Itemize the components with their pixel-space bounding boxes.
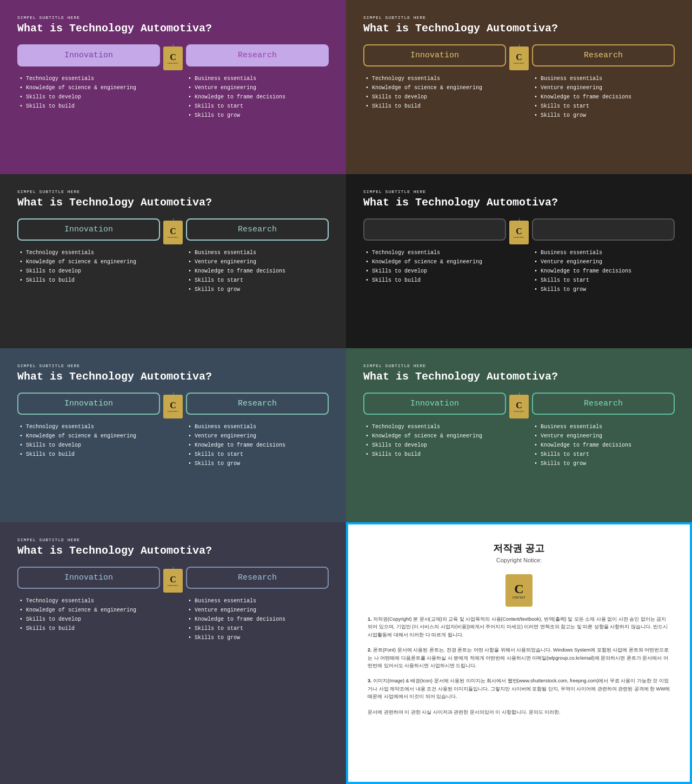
list-item: Skills to develop: [365, 92, 506, 102]
copyright-logo-area: C CONTENT: [368, 574, 670, 607]
list-item: Knowledge to frame decisions: [188, 267, 329, 276]
slide-4-research-btn[interactable]: [532, 218, 675, 241]
list-item: Skills to build: [365, 276, 506, 285]
copyright-section-3: 3. 이미지(Image) & 배경(Icon) 문서에 사용된 이미지는 회사…: [368, 677, 670, 700]
slide-7-left: Innovation Technology essentials Knowled…: [17, 567, 160, 633]
logo-text: CONTENT: [168, 410, 178, 413]
list-item: Venture engineering: [188, 431, 329, 441]
logo-letter: C: [516, 52, 522, 62]
list-item: Skills to start: [188, 102, 329, 111]
list-item: Knowledge of science & engineering: [19, 606, 160, 615]
logo-badge: C CONTENT: [163, 569, 183, 593]
list-item: Skills to grow: [534, 111, 675, 120]
slide-2-innovation-btn[interactable]: Innovation: [363, 44, 506, 67]
slide-7-content: Innovation Technology essentials Knowled…: [17, 567, 329, 642]
slide-4-right-bullets: Business essentials Venture engineering …: [532, 248, 675, 294]
slide-8-copyright: 저작권 공고 Copyright Notice: C CONTENT 1. 저작…: [346, 522, 692, 784]
list-item: Knowledge of science & engineering: [19, 431, 160, 441]
copyright-section-1-text: 본 문서(교재)의 교육 및 사업목적의 사용(Content/textbook…: [368, 616, 668, 637]
slide-6-content: Innovation Technology essentials Knowled…: [363, 393, 675, 468]
list-item: Business essentials: [534, 74, 675, 83]
logo-letter: C: [170, 52, 176, 62]
slide-3-research-btn[interactable]: Research: [186, 218, 329, 241]
slide-6-subtitle: SIMPEL SUBTITLE HERE: [363, 363, 675, 368]
list-item: Skills to build: [19, 450, 160, 459]
slide-3-innovation-btn[interactable]: Innovation: [17, 218, 160, 241]
copyright-logo-letter: C: [514, 582, 523, 596]
logo-letter: C: [170, 227, 176, 236]
slide-3-content: Innovation Technology essentials Knowled…: [17, 218, 329, 294]
slide-5-content: Innovation Technology essentials Knowled…: [17, 393, 329, 468]
list-item: Skills to start: [188, 624, 329, 633]
slide-2: SIMPEL SUBTITLE HERE What is Technology …: [346, 0, 692, 174]
list-item: Venture engineering: [188, 83, 329, 92]
list-item: Technology essentials: [19, 596, 160, 606]
list-item: Venture engineering: [188, 257, 329, 267]
list-item: Skills to start: [534, 450, 675, 459]
list-item: Skills to build: [19, 102, 160, 111]
slide-5-right: Research Business essentials Venture eng…: [186, 393, 329, 468]
list-item: Skills to develop: [365, 441, 506, 450]
logo-letter: C: [170, 575, 176, 584]
slide-3-right: Research Business essentials Venture eng…: [186, 218, 329, 294]
list-item: Knowledge to frame decisions: [188, 441, 329, 450]
slide-6: SIMPEL SUBTITLE HERE What is Technology …: [346, 348, 692, 522]
list-item: Knowledge of science & engineering: [365, 257, 506, 267]
copyright-section-4: 문서에 관련하여 이 관한 사실 사이저과 관련한 문서의있어 이 사항합니다.…: [368, 708, 670, 716]
logo-badge: C CONTENT: [509, 395, 529, 418]
slide-4-subtitle: SIMPEL SUBTITLE HERE: [363, 189, 675, 194]
slide-2-divider: C CONTENT: [506, 44, 532, 70]
list-item: Technology essentials: [365, 422, 506, 431]
copyright-section-2-label: 폰트(Font): [373, 647, 396, 653]
slide-7-research-btn[interactable]: Research: [186, 567, 329, 589]
list-item: Knowledge of science & engineering: [365, 83, 506, 92]
list-item: Skills to start: [534, 276, 675, 285]
slide-5-innovation-btn[interactable]: Innovation: [17, 393, 160, 415]
slide-4-content: Technology essentials Knowledge of scien…: [363, 218, 675, 294]
slide-1-left: Innovation Technology essentials Knowled…: [17, 44, 160, 111]
slide-1-right: Research Business essentials Venture eng…: [186, 44, 329, 120]
list-item: Skills to build: [365, 102, 506, 111]
list-item: Skills to develop: [19, 615, 160, 624]
slide-5-left-bullets: Technology essentials Knowledge of scien…: [17, 422, 160, 459]
logo-text: CONTENT: [514, 62, 524, 64]
slide-6-research-btn[interactable]: Research: [532, 393, 675, 415]
list-item: Skills to develop: [365, 267, 506, 276]
slide-6-innovation-btn[interactable]: Innovation: [363, 393, 506, 415]
list-item: Technology essentials: [365, 74, 506, 83]
list-item: Knowledge of science & engineering: [365, 431, 506, 441]
list-item: Venture engineering: [534, 257, 675, 267]
slide-2-right: Research Business essentials Venture eng…: [532, 44, 675, 120]
slide-5-subtitle: SIMPEL SUBTITLE HERE: [17, 363, 329, 368]
slide-2-subtitle: SIMPEL SUBTITLE HERE: [363, 15, 675, 20]
list-item: Business essentials: [534, 422, 675, 431]
list-item: Skills to develop: [19, 441, 160, 450]
slide-2-research-btn[interactable]: Research: [532, 44, 675, 67]
logo-badge: C CONTENT: [509, 46, 529, 70]
list-item: Skills to grow: [534, 459, 675, 468]
slide-2-left: Innovation Technology essentials Knowled…: [363, 44, 506, 111]
logo-text: CONTENT: [168, 62, 178, 64]
list-item: Knowledge to frame decisions: [534, 267, 675, 276]
list-item: Skills to grow: [188, 633, 329, 642]
slide-4: SIMPEL SUBTITLE HERE What is Technology …: [346, 174, 692, 348]
slide-1-research-btn[interactable]: Research: [186, 44, 329, 67]
list-item: Knowledge to frame decisions: [534, 441, 675, 450]
logo-text: CONTENT: [514, 236, 524, 238]
slide-1-innovation-btn[interactable]: Innovation: [17, 44, 160, 67]
slide-1: SIMPEL SUBTITLE HERE What is Technology …: [0, 0, 346, 174]
list-item: Skills to grow: [188, 285, 329, 294]
copyright-title: 저작권 공고: [368, 542, 670, 555]
list-item: Venture engineering: [188, 606, 329, 615]
list-item: Knowledge to frame decisions: [534, 92, 675, 102]
list-item: Business essentials: [188, 248, 329, 257]
list-item: Technology essentials: [19, 74, 160, 83]
slide-7-innovation-btn[interactable]: Innovation: [17, 567, 160, 589]
slide-5-research-btn[interactable]: Research: [186, 393, 329, 415]
slide-2-left-bullets: Technology essentials Knowledge of scien…: [363, 74, 506, 111]
slide-7: SIMPEL SUBTITLE HERE What is Technology …: [0, 522, 346, 784]
logo-badge: C CONTENT: [163, 395, 183, 418]
slide-4-innovation-btn[interactable]: [363, 218, 506, 241]
list-item: Skills to build: [19, 276, 160, 285]
slide-5: SIMPEL SUBTITLE HERE What is Technology …: [0, 348, 346, 522]
